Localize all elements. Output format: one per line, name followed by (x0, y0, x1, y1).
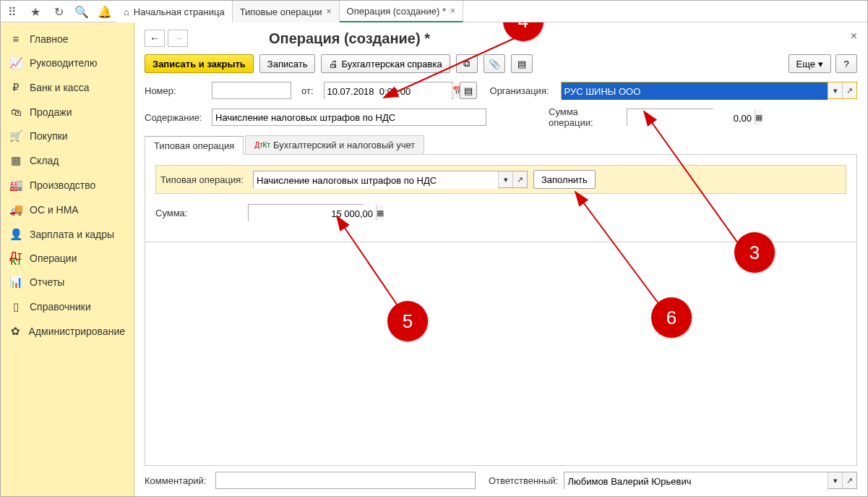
page-title: Операция (создание) * (269, 30, 430, 47)
person-icon: 👤 (9, 228, 22, 241)
amount-label: Сумма: (155, 208, 242, 218)
help-button[interactable]: ? (835, 54, 857, 73)
sidebar-item-label: Продажи (30, 106, 72, 118)
cart-icon: 🛒 (9, 129, 22, 143)
calc-icon[interactable]: ▦ (755, 109, 762, 125)
sidebar-item-warehouse[interactable]: ▦Склад (1, 148, 134, 173)
fill-button[interactable]: Заполнить (533, 170, 596, 189)
home-icon: ⌂ (124, 7, 129, 17)
comment-label: Комментарий: (145, 475, 210, 486)
date-field[interactable]: 📅 (324, 82, 454, 99)
sidebar-item-label: Зарплата и кадры (30, 229, 114, 240)
row-number-date-org: Номер: от: 📅 ▤ Организация: ▾ ↗ (145, 82, 857, 99)
tab-type-operations[interactable]: Типовые операции × (233, 1, 340, 22)
close-icon[interactable]: × (327, 7, 332, 17)
sidebar-item-assets[interactable]: 🚚ОС и НМА (1, 197, 134, 222)
callout-5: 5 (387, 301, 428, 341)
tab-home[interactable]: ⌂ Начальная страница (116, 1, 233, 22)
history-icon[interactable]: ↻ (47, 1, 70, 22)
sidebar-item-admin[interactable]: ✿Администрирование (1, 319, 134, 344)
sidebar-item-operations[interactable]: ДтКтОперации (1, 247, 134, 270)
page-header: ← → Операция (создание) * (145, 30, 857, 47)
tab-accounting[interactable]: ДтКтБухгалтерский и налоговый учет (245, 135, 424, 154)
org-input[interactable] (562, 82, 828, 100)
open-icon[interactable]: ↗ (842, 472, 856, 488)
callout-label: 3 (749, 242, 760, 264)
save-button[interactable]: Записать (259, 54, 316, 73)
sidebar-item-hr[interactable]: 👤Зарплата и кадры (1, 222, 134, 247)
calc-icon[interactable]: ▦ (376, 205, 384, 221)
close-icon[interactable]: × (450, 6, 455, 16)
book-icon: ▯ (9, 300, 22, 313)
amount-input[interactable] (249, 205, 376, 222)
close-panel-icon[interactable]: × (851, 30, 857, 43)
callout-label: 4 (518, 22, 528, 33)
sidebar-item-label: Руководителю (30, 57, 97, 69)
report-icon: 📊 (9, 276, 22, 289)
more-button[interactable]: Еще ▾ (788, 54, 831, 73)
callout-label: 5 (403, 310, 413, 333)
tree-button[interactable]: ⧉ (456, 54, 478, 73)
tab-label: Операция (создание) * (347, 6, 446, 17)
sidebar-item-references[interactable]: ▯Справочники (1, 294, 134, 319)
comment-input[interactable] (215, 472, 476, 489)
sidebar-item-bank[interactable]: ₽Банк и касса (1, 75, 134, 100)
sidebar-item-purchases[interactable]: 🛒Покупки (1, 124, 134, 148)
sidebar-item-production[interactable]: 🏭Производство (1, 173, 134, 197)
chevron-down-icon[interactable]: ▾ (498, 171, 512, 187)
callout-3: 3 (734, 232, 775, 273)
sidebar-item-label: ОС и НМА (30, 204, 79, 216)
menu-icon: ≡ (9, 33, 22, 45)
date-input[interactable] (325, 82, 452, 100)
typeop-input[interactable] (254, 171, 498, 189)
chart-icon: 📈 (9, 56, 22, 69)
apps-icon[interactable]: ⠿ (1, 1, 24, 22)
footer: Комментарий: Ответственный: ▾ ↗ (145, 466, 857, 490)
content-input[interactable] (212, 109, 486, 126)
search-icon[interactable]: 🔍 (70, 1, 93, 22)
chevron-down-icon[interactable]: ▾ (828, 472, 842, 488)
resp-field[interactable]: ▾ ↗ (564, 472, 857, 489)
type-operation-row: Типовая операция: ▾ ↗ Заполнить (155, 165, 846, 194)
sidebar-item-sales[interactable]: 🛍Продажи (1, 100, 134, 124)
truck-icon: 🚚 (9, 203, 22, 216)
sidebar-item-main[interactable]: ≡Главное (1, 27, 134, 51)
sidebar-item-reports[interactable]: 📊Отчеты (1, 270, 134, 294)
chevron-down-icon[interactable]: ▾ (828, 82, 842, 98)
date-extra-button[interactable]: ▤ (460, 82, 477, 99)
callout-label: 6 (666, 307, 676, 329)
tab-type-operation[interactable]: Типовая операция (145, 136, 244, 155)
sidebar-item-label: Главное (30, 33, 69, 45)
typeop-field[interactable]: ▾ ↗ (253, 171, 528, 188)
open-icon[interactable]: ↗ (512, 171, 527, 187)
star-icon[interactable]: ★ (24, 1, 47, 22)
row-content-sum: Содержание: Сумма операции: ▦ (145, 106, 857, 128)
tab-operation-create[interactable]: Операция (создание) * × (340, 1, 463, 22)
tab-label: Типовые операции (240, 7, 322, 17)
number-input[interactable] (212, 82, 291, 99)
back-button[interactable]: ← (145, 30, 165, 47)
more-label: Еще (796, 59, 815, 69)
sidebar-item-label: Банк и касса (30, 82, 89, 93)
sidebar: ≡Главное 📈Руководителю ₽Банк и касса 🛍Пр… (1, 22, 134, 496)
amount-field[interactable]: ▦ (248, 204, 364, 221)
org-field[interactable]: ▾ ↗ (561, 82, 857, 99)
number-label: Номер: (145, 85, 206, 96)
topbar-icons: ⠿ ★ ↻ 🔍 🔔 (1, 1, 116, 22)
resp-input[interactable] (564, 472, 828, 490)
sum-input[interactable] (627, 109, 755, 127)
open-icon[interactable]: ↗ (842, 82, 856, 98)
forward-button[interactable]: → (168, 30, 188, 47)
bag-icon: 🛍 (9, 106, 22, 118)
window-tabs: ⌂ Начальная страница Типовые операции × … (116, 1, 867, 22)
list-button[interactable]: ▤ (511, 54, 533, 73)
sidebar-item-label: Администрирование (29, 326, 126, 337)
sidebar-item-label: Операции (30, 252, 77, 264)
org-label: Организация: (483, 85, 555, 96)
save-close-button[interactable]: Записать и закрыть (145, 54, 254, 73)
print-button[interactable]: 🖨Бухгалтерская справка (321, 54, 450, 73)
sidebar-item-manager[interactable]: 📈Руководителю (1, 51, 134, 75)
sum-field[interactable]: ▦ (627, 109, 713, 126)
bell-icon[interactable]: 🔔 (93, 1, 116, 22)
attach-button[interactable]: 📎 (484, 54, 505, 73)
